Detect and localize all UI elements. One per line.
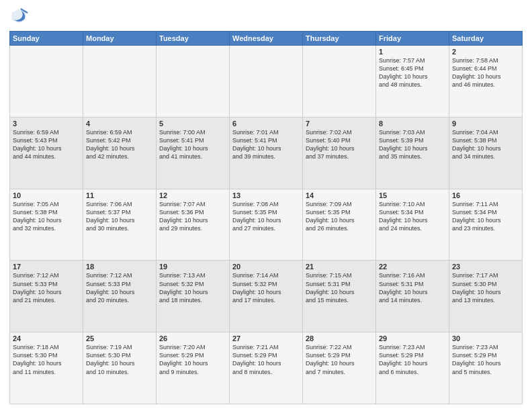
- day-cell: 3Sunrise: 6:59 AM Sunset: 5:43 PM Daylig…: [10, 117, 83, 189]
- day-number: 8: [379, 120, 446, 128]
- day-cell: [303, 46, 376, 118]
- logo-icon: [9, 7, 28, 26]
- day-info: Sunrise: 7:05 AM Sunset: 5:38 PM Dayligh…: [13, 201, 62, 232]
- day-info: Sunrise: 7:03 AM Sunset: 5:39 PM Dayligh…: [379, 129, 428, 160]
- day-info: Sunrise: 7:23 AM Sunset: 5:29 PM Dayligh…: [452, 344, 501, 375]
- calendar-body: 1Sunrise: 7:57 AM Sunset: 6:45 PM Daylig…: [10, 46, 523, 404]
- header-day-sunday: Sunday: [10, 32, 83, 46]
- day-cell: 1Sunrise: 7:57 AM Sunset: 6:45 PM Daylig…: [376, 46, 449, 118]
- day-number: 26: [159, 334, 226, 342]
- day-number: 19: [159, 263, 226, 271]
- header: [9, 7, 523, 26]
- day-info: Sunrise: 7:14 AM Sunset: 5:32 PM Dayligh…: [232, 272, 281, 303]
- day-info: Sunrise: 7:09 AM Sunset: 5:35 PM Dayligh…: [306, 201, 355, 232]
- day-cell: 25Sunrise: 7:19 AM Sunset: 5:30 PM Dayli…: [83, 332, 157, 404]
- page: SundayMondayTuesdayWednesdayThursdayFrid…: [0, 0, 532, 411]
- week-row-3: 10Sunrise: 7:05 AM Sunset: 5:38 PM Dayli…: [10, 189, 523, 261]
- day-cell: [10, 46, 83, 118]
- day-cell: 21Sunrise: 7:15 AM Sunset: 5:31 PM Dayli…: [303, 261, 376, 332]
- day-number: 12: [159, 191, 226, 199]
- day-info: Sunrise: 7:12 AM Sunset: 5:33 PM Dayligh…: [13, 272, 62, 303]
- day-cell: 2Sunrise: 7:58 AM Sunset: 6:44 PM Daylig…: [449, 46, 523, 118]
- week-row-5: 24Sunrise: 7:18 AM Sunset: 5:30 PM Dayli…: [10, 332, 523, 404]
- day-cell: [230, 46, 303, 118]
- header-row: SundayMondayTuesdayWednesdayThursdayFrid…: [10, 32, 523, 46]
- day-cell: 17Sunrise: 7:12 AM Sunset: 5:33 PM Dayli…: [10, 261, 83, 332]
- header-day-monday: Monday: [83, 32, 157, 46]
- day-info: Sunrise: 7:02 AM Sunset: 5:40 PM Dayligh…: [306, 129, 355, 160]
- day-info: Sunrise: 7:00 AM Sunset: 5:41 PM Dayligh…: [159, 129, 208, 160]
- day-cell: 23Sunrise: 7:17 AM Sunset: 5:30 PM Dayli…: [449, 261, 523, 332]
- day-info: Sunrise: 7:58 AM Sunset: 6:44 PM Dayligh…: [452, 57, 501, 88]
- day-info: Sunrise: 7:04 AM Sunset: 5:38 PM Dayligh…: [452, 129, 501, 160]
- day-cell: [157, 46, 230, 118]
- day-cell: 6Sunrise: 7:01 AM Sunset: 5:41 PM Daylig…: [230, 117, 303, 189]
- day-number: 25: [86, 334, 153, 342]
- day-number: 24: [13, 334, 80, 342]
- day-number: 5: [159, 120, 226, 128]
- day-number: 11: [86, 191, 153, 199]
- day-number: 6: [232, 120, 300, 128]
- day-cell: 22Sunrise: 7:16 AM Sunset: 5:31 PM Dayli…: [376, 261, 449, 332]
- day-info: Sunrise: 7:17 AM Sunset: 5:30 PM Dayligh…: [452, 272, 501, 303]
- day-number: 14: [306, 191, 373, 199]
- day-info: Sunrise: 7:57 AM Sunset: 6:45 PM Dayligh…: [379, 57, 428, 88]
- day-info: Sunrise: 7:01 AM Sunset: 5:41 PM Dayligh…: [232, 129, 281, 160]
- day-cell: 16Sunrise: 7:11 AM Sunset: 5:34 PM Dayli…: [449, 189, 523, 261]
- day-info: Sunrise: 7:15 AM Sunset: 5:31 PM Dayligh…: [306, 272, 355, 303]
- day-number: 13: [232, 191, 300, 199]
- day-cell: 30Sunrise: 7:23 AM Sunset: 5:29 PM Dayli…: [449, 332, 523, 404]
- day-info: Sunrise: 7:18 AM Sunset: 5:30 PM Dayligh…: [13, 344, 62, 375]
- day-info: Sunrise: 6:59 AM Sunset: 5:43 PM Dayligh…: [13, 129, 62, 160]
- day-cell: 18Sunrise: 7:12 AM Sunset: 5:33 PM Dayli…: [83, 261, 157, 332]
- day-number: 29: [379, 334, 446, 342]
- header-day-tuesday: Tuesday: [157, 32, 230, 46]
- day-info: Sunrise: 7:23 AM Sunset: 5:29 PM Dayligh…: [379, 344, 428, 375]
- calendar-table: SundayMondayTuesdayWednesdayThursdayFrid…: [9, 31, 523, 404]
- day-number: 30: [452, 334, 519, 342]
- header-day-wednesday: Wednesday: [230, 32, 303, 46]
- day-cell: 26Sunrise: 7:20 AM Sunset: 5:29 PM Dayli…: [157, 332, 230, 404]
- day-number: 4: [86, 120, 153, 128]
- day-info: Sunrise: 7:13 AM Sunset: 5:32 PM Dayligh…: [159, 272, 208, 303]
- day-cell: 7Sunrise: 7:02 AM Sunset: 5:40 PM Daylig…: [303, 117, 376, 189]
- day-number: 21: [306, 263, 373, 271]
- day-info: Sunrise: 7:07 AM Sunset: 5:36 PM Dayligh…: [159, 201, 208, 232]
- day-cell: 19Sunrise: 7:13 AM Sunset: 5:32 PM Dayli…: [157, 261, 230, 332]
- day-number: 23: [452, 263, 519, 271]
- day-number: 22: [379, 263, 446, 271]
- day-number: 10: [13, 191, 80, 199]
- header-day-friday: Friday: [376, 32, 449, 46]
- header-day-thursday: Thursday: [303, 32, 376, 46]
- day-number: 9: [452, 120, 519, 128]
- day-cell: 10Sunrise: 7:05 AM Sunset: 5:38 PM Dayli…: [10, 189, 83, 261]
- day-number: 17: [13, 263, 80, 271]
- day-info: Sunrise: 6:59 AM Sunset: 5:42 PM Dayligh…: [86, 129, 135, 160]
- day-cell: 27Sunrise: 7:21 AM Sunset: 5:29 PM Dayli…: [230, 332, 303, 404]
- day-cell: 9Sunrise: 7:04 AM Sunset: 5:38 PM Daylig…: [449, 117, 523, 189]
- day-cell: 29Sunrise: 7:23 AM Sunset: 5:29 PM Dayli…: [376, 332, 449, 404]
- day-info: Sunrise: 7:08 AM Sunset: 5:35 PM Dayligh…: [232, 201, 281, 232]
- day-cell: 15Sunrise: 7:10 AM Sunset: 5:34 PM Dayli…: [376, 189, 449, 261]
- day-number: 27: [232, 334, 300, 342]
- day-cell: 28Sunrise: 7:22 AM Sunset: 5:29 PM Dayli…: [303, 332, 376, 404]
- calendar-header: SundayMondayTuesdayWednesdayThursdayFrid…: [10, 32, 523, 46]
- day-info: Sunrise: 7:20 AM Sunset: 5:29 PM Dayligh…: [159, 344, 208, 375]
- day-cell: 4Sunrise: 6:59 AM Sunset: 5:42 PM Daylig…: [83, 117, 157, 189]
- day-info: Sunrise: 7:16 AM Sunset: 5:31 PM Dayligh…: [379, 272, 428, 303]
- week-row-4: 17Sunrise: 7:12 AM Sunset: 5:33 PM Dayli…: [10, 261, 523, 332]
- day-cell: 24Sunrise: 7:18 AM Sunset: 5:30 PM Dayli…: [10, 332, 83, 404]
- day-info: Sunrise: 7:21 AM Sunset: 5:29 PM Dayligh…: [232, 344, 281, 375]
- day-number: 20: [232, 263, 300, 271]
- day-number: 28: [306, 334, 373, 342]
- day-cell: 11Sunrise: 7:06 AM Sunset: 5:37 PM Dayli…: [83, 189, 157, 261]
- day-cell: 12Sunrise: 7:07 AM Sunset: 5:36 PM Dayli…: [157, 189, 230, 261]
- day-number: 18: [86, 263, 153, 271]
- week-row-1: 1Sunrise: 7:57 AM Sunset: 6:45 PM Daylig…: [10, 46, 523, 118]
- day-info: Sunrise: 7:10 AM Sunset: 5:34 PM Dayligh…: [379, 201, 428, 232]
- day-number: 2: [452, 48, 519, 56]
- day-info: Sunrise: 7:11 AM Sunset: 5:34 PM Dayligh…: [452, 201, 501, 232]
- day-cell: 8Sunrise: 7:03 AM Sunset: 5:39 PM Daylig…: [376, 117, 449, 189]
- day-cell: 5Sunrise: 7:00 AM Sunset: 5:41 PM Daylig…: [157, 117, 230, 189]
- day-cell: 20Sunrise: 7:14 AM Sunset: 5:32 PM Dayli…: [230, 261, 303, 332]
